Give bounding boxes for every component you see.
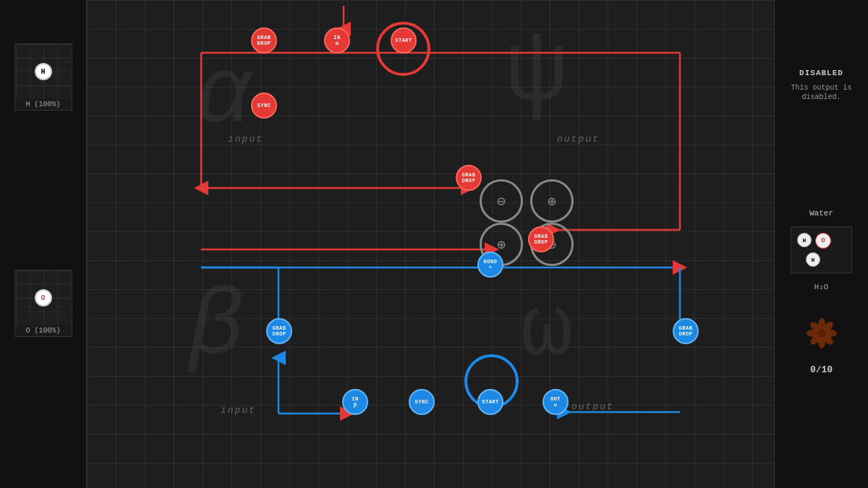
h-atom: H bbox=[35, 63, 52, 80]
left-panel: H H (100%) O O (100%) bbox=[0, 0, 87, 488]
o-atom-label: O (100%) bbox=[25, 325, 60, 336]
water-molecule-display: H O H bbox=[791, 226, 852, 273]
omega-output-label: output bbox=[571, 401, 614, 412]
sync-blue-node[interactable]: SYNC bbox=[409, 389, 435, 415]
svg-point-22 bbox=[817, 329, 826, 338]
waldo-circle-1: ⊖ bbox=[480, 179, 523, 223]
beta-symbol: β bbox=[188, 275, 244, 381]
sync-red-node[interactable]: SYNC bbox=[251, 93, 277, 119]
omega-symbol: ω bbox=[521, 282, 573, 380]
o-atom-box: O O (100%) bbox=[14, 270, 72, 337]
start-blue-node[interactable]: START bbox=[477, 389, 503, 415]
score-label: 0/10 bbox=[810, 364, 833, 375]
water-h1: H bbox=[797, 233, 812, 247]
grab-drop-blue-1[interactable]: GRAB DROP bbox=[266, 318, 292, 344]
beta-input-label: input bbox=[221, 405, 256, 416]
right-panel: DISABLED This output is disabled. Water … bbox=[774, 0, 868, 488]
h-atom-label: H (100%) bbox=[25, 99, 60, 110]
h2o-formula: H₂O bbox=[814, 282, 829, 291]
o-atom-grid: O bbox=[16, 270, 71, 325]
grab-drop-node-2[interactable]: GRAB DROP bbox=[456, 165, 482, 191]
in-beta-node[interactable]: IN β bbox=[342, 389, 368, 415]
h-atom-box: H H (100%) bbox=[14, 43, 72, 111]
circuit-lines bbox=[87, 0, 774, 488]
psi-output-label: output bbox=[557, 134, 600, 145]
psi-symbol: ψ bbox=[506, 14, 567, 129]
grab-drop-node-3[interactable]: GRAB DROP bbox=[528, 226, 554, 252]
disabled-desc: This output is disabled. bbox=[780, 83, 862, 102]
grab-drop-blue-2[interactable]: GRAB DROP bbox=[673, 318, 699, 344]
water-label: Water bbox=[809, 209, 833, 218]
waldo-circle-2: ⊕ bbox=[530, 179, 574, 223]
disabled-label: DISABLED bbox=[799, 69, 843, 77]
h-atom-grid: H bbox=[16, 44, 71, 99]
water-o: O bbox=[815, 233, 831, 249]
water-h2: H bbox=[806, 252, 820, 267]
in-alpha-node[interactable]: IN α bbox=[324, 27, 350, 53]
start-red-node[interactable]: START bbox=[391, 27, 417, 53]
flower-icon bbox=[800, 312, 843, 355]
alpha-input-label: input bbox=[228, 134, 263, 145]
flower-container bbox=[800, 312, 843, 359]
canvas-area: α ψ β ω input output input output bbox=[87, 0, 774, 488]
grab-drop-node-1[interactable]: GRAB DROP bbox=[251, 27, 277, 53]
out-omega-node[interactable]: OUT ω bbox=[542, 389, 569, 415]
o-atom: O bbox=[35, 289, 52, 307]
bond-node[interactable]: BOND + bbox=[477, 252, 503, 278]
